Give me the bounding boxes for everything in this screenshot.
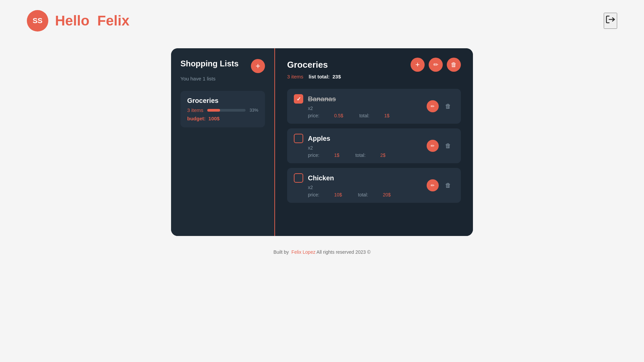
left-panel: Shopping Lists + You have 1 lists Grocer…: [171, 48, 275, 236]
total-value: 23$: [332, 74, 341, 79]
trash-icon: 🗑: [451, 61, 457, 68]
price-label-bananas: price:: [308, 113, 319, 118]
price-label-apples: price:: [308, 153, 319, 158]
right-total: list total: 23$: [309, 74, 341, 79]
add-item-button[interactable]: +: [411, 58, 425, 72]
item-price-row-bananas: price: 0.5$ total: 1$: [294, 113, 454, 118]
budget-label: budget:: [187, 116, 206, 121]
item-row-bananas: Bananas x2 price: 0.5$ total: 1$ ✏ 🗑: [287, 89, 461, 124]
item-row-chicken: Chicken x2 price: 10$ total: 20$ ✏ 🗑: [287, 168, 461, 203]
total-value-bananas: 1$: [384, 113, 389, 118]
greeting: Hello Felix: [55, 13, 129, 29]
price-value-bananas: 0.5$: [334, 113, 343, 118]
progress-bar-container: [207, 109, 246, 112]
delete-item-chicken-button[interactable]: 🗑: [442, 179, 454, 191]
avatar: SS: [27, 10, 48, 32]
price-value-apples: 1$: [334, 153, 339, 158]
footer: Built by Felix Lopez All rights reserved…: [273, 249, 371, 255]
trash-icon: 🗑: [445, 142, 451, 149]
edit-item-chicken-button[interactable]: ✏: [427, 179, 439, 191]
total-label-apples: total:: [355, 153, 365, 158]
panel-subtitle: You have 1 lists: [180, 76, 265, 81]
panel-header: Shopping Lists +: [180, 59, 265, 73]
right-meta: 3 items list total: 23$: [287, 74, 461, 79]
right-actions: + ✏ 🗑: [411, 58, 461, 72]
pencil-icon: ✏: [431, 183, 435, 188]
item-price-row-chicken: price: 10$ total: 20$: [294, 192, 454, 197]
pencil-icon: ✏: [431, 143, 435, 148]
list-card-name: Groceries: [187, 97, 258, 105]
right-header: Groceries + ✏ 🗑: [287, 58, 461, 72]
pencil-icon: ✏: [433, 61, 438, 68]
edit-list-button[interactable]: ✏: [429, 58, 443, 72]
add-list-button[interactable]: +: [251, 59, 265, 73]
add-icon: +: [416, 60, 420, 69]
header-left: SS Hello Felix: [27, 10, 129, 32]
right-panel: Groceries + ✏ 🗑 3 items list total: 23$: [275, 48, 473, 236]
list-meta: 3 items 33%: [187, 107, 258, 113]
item-actions-apples: ✏ 🗑: [427, 140, 454, 152]
item-actions-chicken: ✏ 🗑: [427, 179, 454, 191]
item-checkbox-bananas[interactable]: [294, 94, 303, 104]
item-name-bananas: Bananas: [308, 95, 336, 103]
edit-item-apples-button[interactable]: ✏: [427, 140, 439, 152]
right-items-count: 3 items: [287, 74, 303, 79]
item-name-chicken: Chicken: [308, 174, 334, 182]
list-items-count: 3 items: [187, 107, 203, 113]
list-card-groceries[interactable]: Groceries 3 items 33% budget: 100$: [180, 91, 265, 127]
total-label: list total:: [309, 74, 330, 79]
username: Felix: [97, 13, 129, 28]
logout-button[interactable]: [604, 13, 617, 29]
delete-item-bananas-button[interactable]: 🗑: [442, 100, 454, 112]
pencil-icon: ✏: [431, 104, 435, 109]
footer-author-link[interactable]: Felix Lopez: [291, 249, 316, 255]
right-title: Groceries: [287, 60, 328, 70]
item-name-apples: Apples: [308, 135, 330, 142]
greeting-static: Hello: [55, 13, 90, 28]
footer-suffix: All rights reserved 2023 ©: [317, 249, 371, 255]
progress-bar-fill: [207, 109, 220, 112]
price-label-chicken: price:: [308, 192, 319, 197]
progress-label: 33%: [250, 108, 258, 113]
item-checkbox-apples[interactable]: [294, 134, 303, 143]
total-value-chicken: 20$: [383, 192, 391, 197]
footer-text: Built by: [273, 249, 289, 255]
header: SS Hello Felix: [0, 0, 644, 42]
list-budget: budget: 100$: [187, 116, 258, 121]
total-value-apples: 2$: [380, 153, 386, 158]
total-label-bananas: total:: [359, 113, 369, 118]
item-actions-bananas: ✏ 🗑: [427, 100, 454, 112]
item-price-row-apples: price: 1$ total: 2$: [294, 153, 454, 158]
budget-value: 100$: [208, 116, 219, 121]
delete-item-apples-button[interactable]: 🗑: [442, 140, 454, 152]
trash-icon: 🗑: [445, 103, 451, 110]
main-card: Shopping Lists + You have 1 lists Grocer…: [171, 48, 473, 236]
price-value-chicken: 10$: [334, 192, 342, 197]
trash-icon: 🗑: [445, 182, 451, 189]
panel-title: Shopping Lists: [180, 59, 238, 68]
delete-list-button[interactable]: 🗑: [447, 58, 461, 72]
item-checkbox-chicken[interactable]: [294, 173, 303, 183]
item-row-apples: Apples x2 price: 1$ total: 2$ ✏ 🗑: [287, 128, 461, 163]
total-label-chicken: total:: [358, 192, 368, 197]
edit-item-bananas-button[interactable]: ✏: [427, 100, 439, 112]
